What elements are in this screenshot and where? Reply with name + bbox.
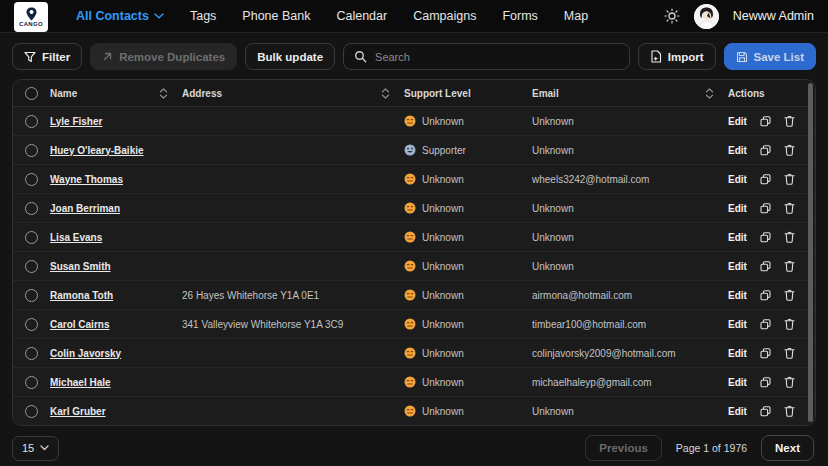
row-checkbox[interactable] (25, 231, 38, 244)
remove-duplicates-button[interactable]: Remove Duplicates (90, 43, 237, 70)
nav-item-campaigns[interactable]: Campaigns (413, 9, 476, 23)
duplicate-button[interactable] (760, 203, 771, 214)
chevron-down-icon (154, 13, 164, 19)
edit-button[interactable]: Edit (728, 377, 747, 388)
contact-name-link[interactable]: Lisa Evans (50, 232, 102, 243)
row-checkbox[interactable] (25, 144, 38, 157)
nav-item-all-contacts[interactable]: All Contacts (76, 9, 164, 23)
support-level-cell: Unknown (404, 260, 532, 272)
page-size-select[interactable]: 15 (12, 436, 59, 461)
contact-name-link[interactable]: Karl Gruber (50, 406, 106, 417)
delete-button[interactable] (784, 173, 795, 185)
actions-cell: Edit (728, 231, 815, 243)
user-name[interactable]: Newww Admin (733, 9, 814, 23)
previous-page-button[interactable]: Previous (585, 435, 662, 461)
user-avatar[interactable] (694, 4, 719, 29)
row-checkbox[interactable] (25, 115, 38, 128)
edit-button[interactable]: Edit (728, 290, 747, 301)
delete-button[interactable] (784, 260, 795, 272)
import-button[interactable]: Import (638, 43, 716, 70)
delete-button[interactable] (784, 347, 795, 359)
column-header-actions[interactable]: Actions (728, 88, 815, 99)
search-input[interactable] (375, 51, 619, 63)
duplicate-button[interactable] (760, 116, 771, 127)
sort-icon[interactable] (159, 88, 168, 99)
edit-button[interactable]: Edit (728, 232, 747, 243)
contact-name-link[interactable]: Joan Berriman (50, 203, 120, 214)
actions-cell: Edit (728, 318, 815, 330)
row-checkbox[interactable] (25, 202, 38, 215)
edit-button[interactable]: Edit (728, 348, 747, 359)
edit-button[interactable]: Edit (728, 174, 747, 185)
delete-button[interactable] (784, 202, 795, 214)
contact-name-link[interactable]: Susan Smith (50, 261, 111, 272)
email-cell: Unknown (532, 116, 728, 127)
delete-button[interactable] (784, 144, 795, 156)
contact-name-link[interactable]: Ramona Toth (50, 290, 113, 301)
duplicate-button[interactable] (760, 145, 771, 156)
contact-name-link[interactable]: Michael Hale (50, 377, 111, 388)
edit-button[interactable]: Edit (728, 203, 747, 214)
table-body: Lyle Fisher Unknown Unknown Edit (13, 107, 815, 426)
duplicate-button[interactable] (760, 261, 771, 272)
row-checkbox[interactable] (25, 318, 38, 331)
app-logo[interactable]: CANGO (14, 2, 48, 32)
contact-name-link[interactable]: Carol Cairns (50, 319, 109, 330)
row-checkbox[interactable] (25, 289, 38, 302)
nav-item-tags[interactable]: Tags (190, 9, 216, 23)
edit-button[interactable]: Edit (728, 319, 747, 330)
duplicate-button[interactable] (760, 174, 771, 185)
column-header-email[interactable]: Email (532, 88, 728, 99)
trash-icon (784, 260, 795, 272)
edit-button[interactable]: Edit (728, 145, 747, 156)
contact-name-link[interactable]: Colin Javorsky (50, 348, 121, 359)
row-checkbox[interactable] (25, 347, 38, 360)
row-checkbox[interactable] (25, 260, 38, 273)
edit-button[interactable]: Edit (728, 406, 747, 417)
delete-button[interactable] (784, 231, 795, 243)
delete-button[interactable] (784, 318, 795, 330)
trash-icon (784, 173, 795, 185)
delete-button[interactable] (784, 376, 795, 388)
column-header-support-level[interactable]: Support Level (404, 88, 532, 99)
search-box[interactable] (343, 43, 630, 70)
filter-button[interactable]: Filter (12, 43, 82, 70)
contact-name-link[interactable]: Lyle Fisher (50, 116, 102, 127)
row-checkbox[interactable] (25, 376, 38, 389)
edit-button[interactable]: Edit (728, 116, 747, 127)
column-header-address[interactable]: Address (182, 88, 404, 99)
actions-cell: Edit (728, 347, 815, 359)
bulk-update-button[interactable]: Bulk update (245, 43, 335, 70)
duplicate-button[interactable] (760, 290, 771, 301)
duplicate-button[interactable] (760, 377, 771, 388)
nav-item-map[interactable]: Map (564, 9, 588, 23)
duplicate-button[interactable] (760, 319, 771, 330)
row-checkbox[interactable] (25, 173, 38, 186)
delete-button[interactable] (784, 405, 795, 417)
column-header-name[interactable]: Name (50, 88, 182, 99)
duplicate-button[interactable] (760, 232, 771, 243)
arrow-up-right-icon (102, 51, 113, 62)
sort-icon[interactable] (381, 88, 390, 99)
duplicate-button[interactable] (760, 348, 771, 359)
nav-item-calendar[interactable]: Calendar (336, 9, 387, 23)
row-checkbox[interactable] (25, 405, 38, 418)
table-row: Lisa Evans Unknown Unknown Edit (13, 223, 815, 252)
vertical-scrollbar[interactable] (808, 83, 813, 422)
actions-cell: Edit (728, 173, 815, 185)
next-page-button[interactable]: Next (761, 435, 814, 461)
support-level-text: Unknown (422, 174, 464, 185)
select-all-checkbox[interactable] (25, 87, 38, 100)
nav-item-phone-bank[interactable]: Phone Bank (242, 9, 310, 23)
duplicate-button[interactable] (760, 406, 771, 417)
edit-button[interactable]: Edit (728, 261, 747, 272)
save-list-button[interactable]: Save List (724, 43, 817, 70)
contact-name-link[interactable]: Huey O'leary-Baikie (50, 145, 144, 156)
contact-name-link[interactable]: Wayne Thomas (50, 174, 123, 185)
table-row: Colin Javorsky Unknown colinjavorsky2009… (13, 339, 815, 368)
sort-icon[interactable] (705, 88, 714, 99)
theme-toggle-sun-icon[interactable] (664, 8, 680, 24)
nav-item-forms[interactable]: Forms (502, 9, 537, 23)
delete-button[interactable] (784, 115, 795, 127)
delete-button[interactable] (784, 289, 795, 301)
